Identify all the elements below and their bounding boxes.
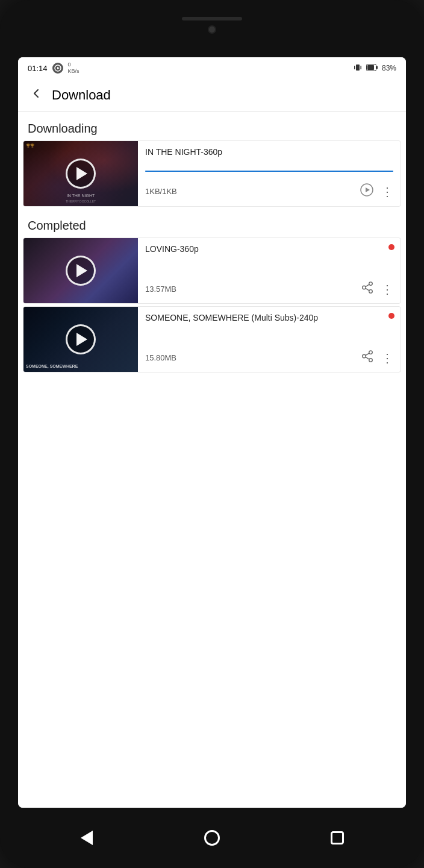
phone-screen: 01:14 0 KB/s xyxy=(18,57,406,808)
thumbnail-loving[interactable] xyxy=(23,238,138,303)
svg-point-15 xyxy=(369,351,373,354)
completed-item-0: LOVING-360p 13.57MB xyxy=(23,237,401,304)
svg-point-17 xyxy=(369,359,373,362)
play-button-someone[interactable] xyxy=(66,324,96,354)
nav-recents-button[interactable] xyxy=(324,825,351,851)
svg-marker-1 xyxy=(57,67,60,69)
new-badge-loving xyxy=(388,244,394,250)
thumbnail-night[interactable]: 🏆🏆 IN THE NIGHTTHIERRY DOCOLLET xyxy=(23,141,138,206)
network-speed: 0 KB/s xyxy=(68,61,80,75)
back-button[interactable] xyxy=(28,85,45,105)
top-nav: Download xyxy=(18,79,406,112)
svg-rect-2 xyxy=(356,64,360,71)
new-badge-someone xyxy=(388,313,394,319)
svg-line-13 xyxy=(366,288,369,291)
item-bottom-loving: 13.57MB ⋮ xyxy=(145,281,393,297)
more-options-icon-night[interactable]: ⋮ xyxy=(381,184,393,199)
item-actions-night: ⋮ xyxy=(360,183,393,200)
status-time: 01:14 xyxy=(28,64,48,73)
play-action-icon[interactable] xyxy=(360,183,374,200)
status-left: 01:14 0 KB/s xyxy=(28,61,80,75)
completed-section-header: Completed xyxy=(18,209,406,237)
item-actions-someone: ⋮ xyxy=(361,350,393,366)
svg-marker-9 xyxy=(366,187,370,192)
camera xyxy=(208,25,216,34)
item-title-loving: LOVING-360p xyxy=(145,244,393,254)
item-info-someone: SOMEONE, SOMEWHERE (Multi Subs)-240p 15.… xyxy=(138,307,401,372)
item-title-someone: SOMEONE, SOMEWHERE (Multi Subs)-240p xyxy=(145,313,393,322)
svg-line-19 xyxy=(366,353,369,356)
nav-home-icon xyxy=(204,830,220,846)
more-options-icon-someone[interactable]: ⋮ xyxy=(381,351,393,365)
item-title-night: IN THE NIGHT-360p xyxy=(145,147,393,157)
svg-point-11 xyxy=(363,286,366,289)
play-button-night[interactable] xyxy=(66,159,96,189)
status-bar: 01:14 0 KB/s xyxy=(18,57,406,79)
item-size-night: 1KB/1KB xyxy=(145,187,177,196)
status-right: 83% xyxy=(353,63,396,74)
item-info-night: IN THE NIGHT-360p 1KB/1KB xyxy=(138,141,401,206)
completed-item-1: SOMEONE, SOMEWHERE SOMEONE, SOMEWHERE (M… xyxy=(23,306,401,373)
phone-frame: 01:14 0 KB/s xyxy=(0,0,424,868)
item-info-loving: LOVING-360p 13.57MB xyxy=(138,238,401,303)
play-triangle xyxy=(76,167,87,180)
svg-rect-3 xyxy=(354,66,355,69)
nav-back-button[interactable] xyxy=(73,825,100,851)
progress-fill xyxy=(145,171,393,172)
nav-back-icon xyxy=(81,831,93,845)
nav-bar xyxy=(0,808,424,868)
svg-line-18 xyxy=(366,357,369,359)
media-status-icon xyxy=(52,63,63,74)
battery-percent: 83% xyxy=(382,64,396,72)
page-title: Download xyxy=(52,87,111,103)
nav-home-button[interactable] xyxy=(199,825,225,851)
play-triangle-someone xyxy=(76,333,87,346)
thumb-awards: 🏆🏆 xyxy=(26,143,34,148)
svg-rect-6 xyxy=(367,65,374,70)
item-bottom-someone: 15.80MB ⋮ xyxy=(145,350,393,366)
thumb-night-text: IN THE NIGHTTHIERRY DOCOLLET xyxy=(26,193,136,204)
svg-point-12 xyxy=(369,290,373,294)
play-triangle-loving xyxy=(76,264,87,277)
item-actions-loving: ⋮ xyxy=(361,281,393,297)
thumbnail-someone[interactable]: SOMEONE, SOMEWHERE xyxy=(23,307,138,372)
progress-bar xyxy=(145,171,393,172)
battery-icon xyxy=(366,63,378,74)
play-button-loving[interactable] xyxy=(66,256,96,286)
downloading-item-0: 🏆🏆 IN THE NIGHTTHIERRY DOCOLLET IN THE N… xyxy=(23,140,401,207)
item-bottom-night: 1KB/1KB ⋮ xyxy=(145,183,393,200)
svg-rect-4 xyxy=(360,66,361,69)
item-size-someone: 15.80MB xyxy=(145,353,176,362)
vibrate-icon xyxy=(353,63,363,74)
svg-rect-7 xyxy=(376,66,378,69)
downloading-section-header: Downloading xyxy=(18,112,406,140)
speaker xyxy=(182,17,242,20)
svg-point-10 xyxy=(369,282,373,286)
share-icon-loving[interactable] xyxy=(361,281,374,297)
more-options-icon-loving[interactable]: ⋮ xyxy=(381,282,393,297)
nav-recents-icon xyxy=(331,831,344,844)
svg-point-16 xyxy=(363,354,366,358)
share-icon-someone[interactable] xyxy=(361,350,374,366)
content-area: Downloading 🏆🏆 IN THE NIGHTTHIERRY DOCOL… xyxy=(18,112,406,808)
someone-thumb-text: SOMEONE, SOMEWHERE xyxy=(26,364,78,368)
item-size-loving: 13.57MB xyxy=(145,285,176,294)
svg-line-14 xyxy=(366,285,369,287)
